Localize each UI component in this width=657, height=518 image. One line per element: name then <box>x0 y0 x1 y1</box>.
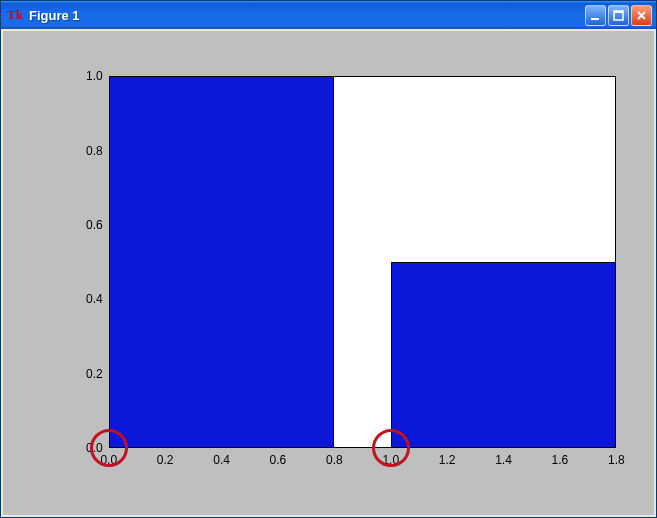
y-tick: 0.6 <box>86 218 109 232</box>
x-tick: 0.2 <box>157 453 174 467</box>
maximize-button[interactable] <box>608 5 629 26</box>
figure-window: Tk Figure 1 0.00.20.40.60.81.01.21.41.61… <box>0 0 657 518</box>
title-bar[interactable]: Tk Figure 1 <box>1 1 656 29</box>
bar-1 <box>109 76 335 448</box>
minimize-button[interactable] <box>585 5 606 26</box>
y-tick: 1.0 <box>86 69 109 83</box>
x-tick: 1.4 <box>495 453 512 467</box>
svg-rect-0 <box>591 18 599 20</box>
tk-icon: Tk <box>7 7 23 23</box>
x-tick: 0.4 <box>213 453 230 467</box>
close-button[interactable] <box>631 5 652 26</box>
y-tick: 0.2 <box>86 367 109 381</box>
x-tick: 1.6 <box>552 453 569 467</box>
window-buttons <box>585 5 652 26</box>
client-area: 0.00.20.40.60.81.01.21.41.61.80.00.20.40… <box>3 31 654 515</box>
y-tick: 0.0 <box>86 441 109 455</box>
x-tick: 1.2 <box>439 453 456 467</box>
x-tick: 0.6 <box>270 453 287 467</box>
figure-canvas: 0.00.20.40.60.81.01.21.41.61.80.00.20.40… <box>19 45 638 493</box>
y-tick: 0.4 <box>86 292 109 306</box>
x-tick: 0.8 <box>326 453 343 467</box>
bar-2 <box>391 262 617 448</box>
x-tick: 1.0 <box>382 453 399 467</box>
y-tick: 0.8 <box>86 144 109 158</box>
window-title: Figure 1 <box>29 8 585 23</box>
svg-rect-2 <box>614 11 623 13</box>
x-tick: 1.8 <box>608 453 625 467</box>
